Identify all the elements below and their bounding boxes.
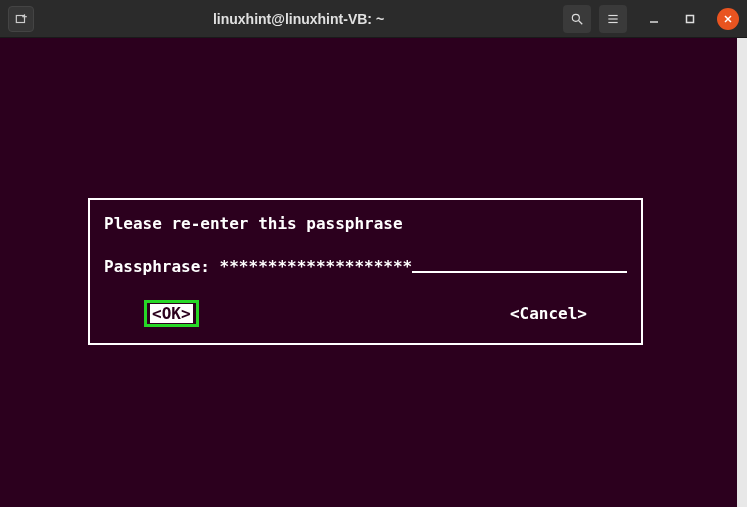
minimize-button[interactable] xyxy=(645,10,663,28)
maximize-icon xyxy=(685,14,695,24)
passphrase-underline xyxy=(412,257,627,273)
cancel-button[interactable]: <Cancel> xyxy=(510,304,587,323)
terminal-body[interactable]: Please re-enter this passphrase Passphra… xyxy=(0,38,747,507)
minimize-icon xyxy=(649,14,659,24)
passphrase-label: Passphrase: xyxy=(104,257,220,276)
close-icon xyxy=(723,14,733,24)
new-tab-button[interactable] xyxy=(8,6,34,32)
passphrase-value: ******************** xyxy=(220,257,413,276)
svg-point-3 xyxy=(572,14,579,21)
search-icon xyxy=(570,12,584,26)
new-tab-icon xyxy=(14,12,28,26)
svg-rect-9 xyxy=(687,15,694,22)
window-controls xyxy=(645,8,739,30)
menu-button[interactable] xyxy=(599,5,627,33)
search-button[interactable] xyxy=(563,5,591,33)
dialog-buttons: <OK> <Cancel> xyxy=(104,300,627,327)
window-title: linuxhint@linuxhint-VB: ~ xyxy=(34,11,563,27)
dialog-prompt: Please re-enter this passphrase xyxy=(104,214,627,233)
passphrase-field[interactable]: Passphrase: ******************** xyxy=(104,257,627,276)
scrollbar[interactable] xyxy=(737,38,747,507)
maximize-button[interactable] xyxy=(681,10,699,28)
ok-button[interactable]: <OK> xyxy=(150,304,193,323)
titlebar-left xyxy=(8,6,34,32)
titlebar-right xyxy=(563,5,739,33)
titlebar: linuxhint@linuxhint-VB: ~ xyxy=(0,0,747,38)
svg-line-4 xyxy=(579,20,583,24)
hamburger-icon xyxy=(606,12,620,26)
close-button[interactable] xyxy=(717,8,739,30)
ok-highlight: <OK> xyxy=(144,300,199,327)
passphrase-dialog: Please re-enter this passphrase Passphra… xyxy=(88,198,643,345)
